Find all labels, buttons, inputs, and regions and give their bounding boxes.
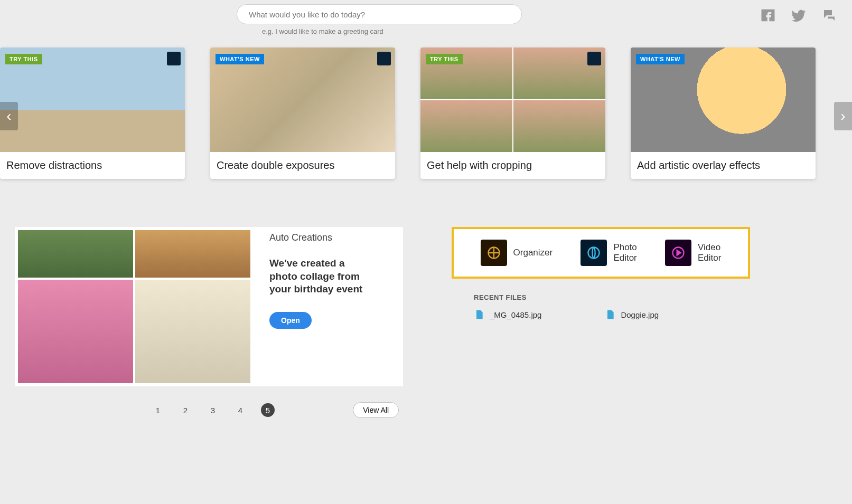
feedback-icon[interactable]: [821, 7, 837, 25]
launcher-label: Organizer: [513, 248, 553, 258]
video-editor-launcher[interactable]: Video Editor: [665, 240, 721, 266]
pse-icon: [587, 52, 601, 65]
video-editor-icon: [665, 240, 691, 266]
auto-creations-message: We've created a photo collage from your …: [269, 257, 370, 296]
card-title: Get help with cropping: [420, 152, 605, 179]
twitter-icon[interactable]: [791, 7, 807, 25]
recent-file[interactable]: _MG_0485.jpg: [474, 309, 541, 320]
organizer-launcher[interactable]: Organizer: [481, 240, 553, 266]
recent-file[interactable]: Doggie.jpg: [605, 309, 659, 320]
recent-files-title: RECENT FILES: [474, 293, 837, 301]
image-file-icon: [474, 309, 484, 320]
launcher-label: Video Editor: [698, 242, 721, 264]
feature-card[interactable]: TRY THIS Get help with cropping: [420, 47, 605, 179]
search-hint: e.g. I would like to make a greeting car…: [262, 27, 522, 35]
page-5[interactable]: 5: [261, 403, 275, 417]
page-2[interactable]: 2: [179, 403, 192, 417]
card-title: Add artistic overlay effects: [631, 152, 816, 179]
view-all-button[interactable]: View All: [353, 402, 399, 418]
app-launcher-panel: Organizer Photo Editor Video Editor: [452, 227, 750, 279]
svg-point-1: [588, 248, 600, 259]
image-file-icon: [605, 309, 615, 320]
card-badge: WHAT'S NEW: [216, 54, 264, 64]
feature-card[interactable]: WHAT'S NEW Add artistic overlay effects: [631, 47, 816, 179]
carousel-next-button[interactable]: ›: [834, 102, 852, 130]
feature-card[interactable]: WHAT'S NEW Create double exposures: [210, 47, 395, 179]
file-name: Doggie.jpg: [621, 310, 659, 319]
page-1[interactable]: 1: [151, 403, 165, 417]
feature-carousel: ‹ › TRY THIS Remove distractions WHAT'S …: [0, 47, 852, 185]
card-title: Remove distractions: [0, 152, 185, 179]
pse-icon: [167, 52, 181, 65]
open-button[interactable]: Open: [269, 312, 312, 329]
page-3[interactable]: 3: [206, 403, 220, 417]
page-4[interactable]: 4: [233, 403, 247, 417]
pagination: 1 2 3 4 5: [151, 403, 275, 417]
card-badge: TRY THIS: [426, 54, 463, 64]
collage-preview: [18, 230, 250, 383]
photo-editor-icon: [581, 240, 607, 266]
facebook-icon[interactable]: [760, 7, 776, 25]
pse-icon: [377, 52, 391, 65]
organizer-icon: [481, 240, 507, 266]
search-input[interactable]: [237, 4, 522, 24]
auto-creation-card: Auto Creations We've created a photo col…: [15, 227, 403, 386]
auto-creations-title: Auto Creations: [269, 232, 370, 243]
photo-editor-launcher[interactable]: Photo Editor: [581, 240, 636, 266]
file-name: _MG_0485.jpg: [490, 310, 541, 319]
card-badge: WHAT'S NEW: [636, 54, 685, 64]
launcher-label: Photo Editor: [613, 242, 636, 264]
card-title: Create double exposures: [210, 152, 395, 179]
feature-card[interactable]: TRY THIS Remove distractions: [0, 47, 185, 179]
card-badge: TRY THIS: [5, 54, 42, 64]
carousel-prev-button[interactable]: ‹: [0, 102, 18, 130]
